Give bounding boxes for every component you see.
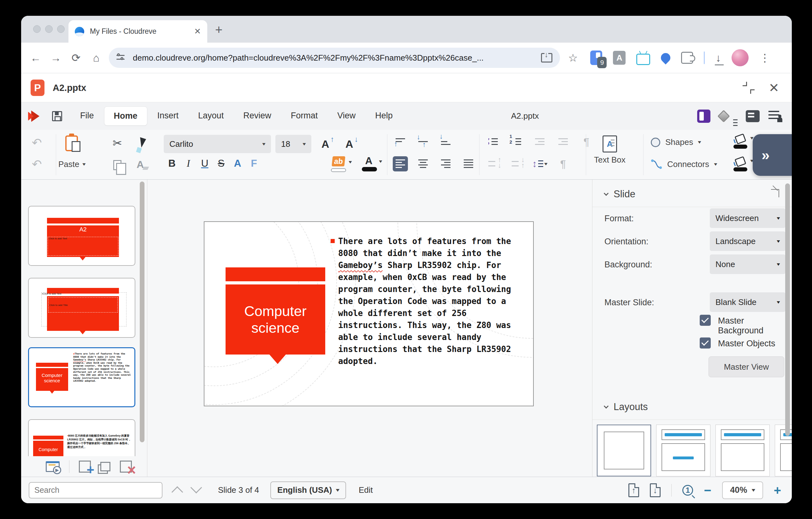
valign-middle-icon[interactable]: ↓↑ bbox=[415, 134, 431, 149]
superscript-button[interactable]: A bbox=[229, 158, 246, 169]
align-justify-icon[interactable] bbox=[461, 156, 476, 171]
expand-toolbar-button[interactable]: » bbox=[753, 134, 792, 176]
increase-font-icon[interactable]: A↑ bbox=[321, 139, 329, 149]
profile-avatar[interactable] bbox=[731, 49, 749, 66]
bold-button[interactable]: B bbox=[164, 158, 180, 169]
menu-file[interactable]: File bbox=[71, 106, 104, 126]
strikethrough-button[interactable]: S bbox=[213, 158, 229, 169]
zoom-in-button[interactable]: + bbox=[774, 484, 781, 497]
install-app-icon[interactable] bbox=[541, 53, 552, 62]
master-slide-select[interactable]: Blank Slide▾ bbox=[710, 292, 785, 312]
undo-icon[interactable]: ↶ bbox=[32, 137, 42, 149]
connectors-button[interactable]: Connectors▾ bbox=[651, 159, 717, 169]
site-settings-icon[interactable] bbox=[116, 53, 126, 62]
hide-panel-icon[interactable] bbox=[697, 110, 710, 123]
start-slideshow-icon[interactable] bbox=[46, 461, 60, 472]
menu-home[interactable]: Home bbox=[104, 106, 147, 126]
menu-review[interactable]: Review bbox=[234, 106, 281, 126]
format-painter-icon[interactable] bbox=[137, 137, 146, 148]
master-view-button[interactable]: Master View bbox=[708, 356, 784, 377]
insert-paragraph-icon[interactable]: ¶ bbox=[579, 134, 594, 149]
zoom-out-button[interactable]: − bbox=[704, 484, 711, 497]
find-next-icon[interactable] bbox=[191, 482, 202, 493]
browser-tab[interactable]: My Files - Cloudreve ✕ bbox=[68, 20, 207, 43]
format-select[interactable]: Widescreen▾ bbox=[710, 208, 785, 228]
subscript-button[interactable]: F bbox=[246, 158, 262, 169]
thumbnail-slide-3[interactable]: Computer science ▪There are lots of feat… bbox=[28, 347, 135, 407]
layout-title-content[interactable] bbox=[656, 425, 710, 476]
slide-page[interactable]: Computer science There are lots of featu… bbox=[204, 221, 534, 406]
settings-scrollbar[interactable] bbox=[785, 184, 790, 436]
traffic-light-minimize[interactable] bbox=[45, 25, 53, 33]
language-button[interactable]: English (USA)▾ bbox=[270, 482, 346, 499]
redo-icon[interactable]: ↷ bbox=[32, 158, 42, 170]
cut-icon[interactable]: ✂ bbox=[113, 137, 122, 150]
italic-button[interactable]: I bbox=[180, 158, 197, 169]
clear-style-icon[interactable]: A bbox=[137, 159, 144, 170]
layout-blank[interactable] bbox=[597, 425, 651, 476]
decrease-font-icon[interactable]: A↓ bbox=[345, 139, 353, 149]
slide-canvas[interactable]: Computer science There are lots of featu… bbox=[147, 180, 592, 477]
master-objects-checkbox[interactable] bbox=[700, 337, 711, 349]
duplicate-slide-icon[interactable] bbox=[100, 462, 110, 471]
highlight-color-button[interactable]: ab▾ bbox=[330, 156, 347, 172]
url-text[interactable]: demo.cloudreve.org/home?path=cloudreve%3… bbox=[133, 53, 541, 63]
numbering-icon[interactable]: 1 2 bbox=[509, 134, 524, 149]
slide-body-text[interactable]: There are lots of features from the 8080… bbox=[338, 235, 517, 367]
slide-title-shape[interactable]: Computer science bbox=[226, 284, 325, 355]
add-slide-icon[interactable] bbox=[79, 461, 91, 472]
home-icon[interactable]: ⌂ bbox=[86, 52, 106, 64]
bookmark-star-icon[interactable]: ☆ bbox=[568, 51, 578, 64]
traffic-light-close[interactable] bbox=[33, 25, 41, 33]
thumbnail-slide-2[interactable]: ▪Click to add Text Click to add Title bbox=[28, 278, 135, 338]
menu-help[interactable]: Help bbox=[366, 106, 402, 126]
open-advanced-icon[interactable] bbox=[771, 189, 779, 197]
decrease-indent-icon[interactable] bbox=[532, 134, 547, 149]
menu-format[interactable]: Format bbox=[281, 106, 327, 126]
paragraph-settings-icon[interactable]: ¶ bbox=[555, 156, 571, 171]
align-right-icon[interactable] bbox=[438, 156, 453, 171]
font-name-select[interactable]: Carlito▾ bbox=[164, 135, 271, 153]
menu-view[interactable]: View bbox=[328, 106, 365, 126]
thumbnails-scrollbar[interactable] bbox=[140, 182, 144, 442]
reload-icon[interactable]: ⟳ bbox=[66, 51, 86, 64]
fit-to-slide-icon[interactable]: ↑ bbox=[629, 483, 639, 497]
theme-gem-icon[interactable] bbox=[717, 110, 730, 122]
search-input[interactable] bbox=[29, 482, 163, 498]
paste-button[interactable]: Paste▾ bbox=[58, 159, 85, 169]
browser-menu-icon[interactable]: ⋮ bbox=[759, 51, 770, 64]
shapes-button[interactable]: Shapes▾ bbox=[651, 137, 701, 147]
bullets-icon[interactable] bbox=[486, 134, 501, 149]
exit-fullscreen-icon[interactable] bbox=[743, 82, 755, 94]
master-background-checkbox[interactable] bbox=[700, 315, 711, 326]
copy-icon[interactable] bbox=[113, 160, 121, 170]
line-color-button[interactable]: ▾ bbox=[733, 135, 753, 149]
layouts-section-header[interactable]: Layouts bbox=[604, 401, 648, 413]
view-settings-icon[interactable] bbox=[746, 110, 760, 122]
extension-card-icon[interactable]: 9 bbox=[590, 51, 602, 65]
back-icon[interactable]: ← bbox=[26, 52, 46, 64]
slide-title-accent-bar[interactable] bbox=[226, 267, 325, 281]
fill-color-button[interactable]: ▾ bbox=[733, 158, 753, 171]
thumbnail-slide-1[interactable]: A2 Click to add Text bbox=[28, 206, 135, 266]
tab-close-icon[interactable]: ✕ bbox=[194, 27, 201, 36]
paste-clipboard-icon[interactable] bbox=[65, 135, 78, 151]
extension-tv-icon[interactable] bbox=[636, 54, 650, 65]
traffic-light-zoom[interactable] bbox=[57, 25, 65, 33]
onlyoffice-logo-icon[interactable] bbox=[31, 110, 39, 122]
layout-title-only[interactable] bbox=[716, 425, 770, 476]
valign-bottom-icon[interactable]: ↓ bbox=[438, 134, 453, 149]
downloads-icon[interactable]: ↓ bbox=[716, 52, 721, 64]
thumbnail-slide-4[interactable]: Computer ▪8080 芯片的很多功能都没有加入 Gameboy 的夏普 … bbox=[28, 419, 135, 456]
find-previous-icon[interactable] bbox=[172, 486, 183, 498]
orientation-select[interactable]: Landscape▾ bbox=[710, 231, 785, 251]
font-color-button[interactable]: A ▾ bbox=[362, 156, 376, 171]
move-up-icon[interactable]: ↑↓ bbox=[486, 156, 501, 171]
valign-top-icon[interactable]: ↑ bbox=[393, 134, 408, 149]
save-icon[interactable] bbox=[52, 111, 62, 121]
delete-slide-icon[interactable] bbox=[120, 461, 132, 472]
extension-a-icon[interactable]: A bbox=[613, 51, 626, 65]
extensions-puzzle-icon[interactable] bbox=[681, 52, 693, 64]
menu-insert[interactable]: Insert bbox=[148, 106, 188, 126]
fit-to-width-icon[interactable]: ↓ bbox=[650, 483, 661, 497]
